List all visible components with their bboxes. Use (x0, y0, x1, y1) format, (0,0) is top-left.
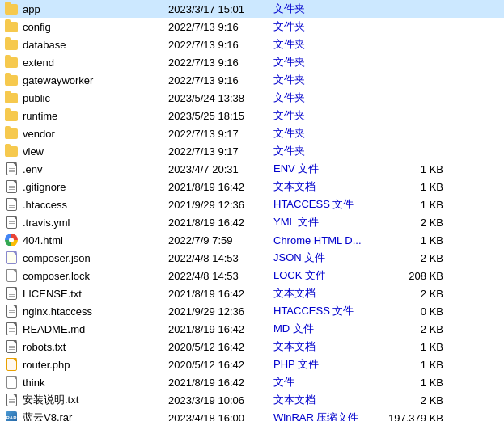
list-item[interactable]: composer.lock2022/4/8 14:53LOCK 文件208 KB (0, 267, 504, 284)
text-file-icon (3, 305, 19, 318)
file-icon (3, 376, 19, 389)
file-date: 2021/8/19 16:42 (168, 323, 273, 335)
file-name: robots.txt (23, 341, 168, 353)
file-date: 2021/9/29 12:36 (168, 199, 273, 211)
list-item[interactable]: public2023/5/24 13:38文件夹 (0, 89, 504, 107)
file-type: MD 文件 (273, 322, 379, 336)
file-name: think (23, 377, 168, 389)
file-name: config (23, 21, 168, 33)
list-item[interactable]: gatewayworker2022/7/13 9:16文件夹 (0, 71, 504, 89)
list-item[interactable]: extend2022/7/13 9:16文件夹 (0, 53, 504, 71)
file-type: 文件夹 (273, 73, 379, 87)
file-type: 文件夹 (273, 19, 379, 34)
file-name: 安装说明.txt (23, 393, 168, 407)
file-name: extend (23, 57, 168, 69)
file-size: 2 KB (379, 252, 443, 264)
list-item[interactable]: database2022/7/13 9:16文件夹 (0, 36, 504, 53)
folder-icon (3, 74, 19, 86)
file-date: 2020/5/12 16:42 (168, 341, 273, 353)
file-name: 蓝云V8.rar (23, 410, 168, 421)
file-name: 404.html (23, 234, 168, 246)
file-name: composer.json (23, 252, 168, 264)
file-date: 2023/3/19 10:06 (168, 394, 273, 406)
file-name: composer.lock (23, 270, 168, 282)
list-item[interactable]: .env2023/4/7 20:31ENV 文件1 KB (0, 160, 504, 178)
file-size: 1 KB (379, 199, 443, 211)
list-item[interactable]: .travis.yml2021/8/19 16:42YML 文件2 KB (0, 213, 504, 231)
file-name: app (23, 3, 168, 15)
file-type: 文本文档 (273, 179, 379, 194)
file-type: 文件夹 (273, 108, 379, 123)
rar-icon: RAR (3, 411, 19, 421)
file-size: 2 KB (379, 323, 443, 335)
list-item[interactable]: RAR蓝云V8.rar2023/4/18 16:00WinRAR 压缩文件197… (0, 409, 504, 421)
file-type: LOCK 文件 (273, 268, 379, 283)
file-type: PHP 文件 (273, 357, 379, 372)
list-item[interactable]: README.md2021/8/19 16:42MD 文件2 KB (0, 320, 504, 338)
list-item[interactable]: router.php2020/5/12 16:42PHP 文件1 KB (0, 356, 504, 373)
file-name: runtime (23, 110, 168, 122)
file-date: 2023/4/18 16:00 (168, 412, 273, 422)
list-item[interactable]: LICENSE.txt2021/8/19 16:42文本文档2 KB (0, 284, 504, 302)
file-type: 文本文档 (273, 286, 379, 301)
file-date: 2023/3/17 15:01 (168, 3, 273, 15)
list-item[interactable]: think2021/8/19 16:42文件1 KB (0, 373, 504, 391)
list-item[interactable]: 安装说明.txt2023/3/19 10:06文本文档2 KB (0, 391, 504, 409)
file-name: .gitignore (23, 181, 168, 193)
file-type: Chrome HTML D... (273, 234, 379, 246)
file-name: router.php (23, 359, 168, 371)
file-type: 文本文档 (273, 393, 379, 407)
list-item[interactable]: robots.txt2020/5/12 16:42文本文档1 KB (0, 338, 504, 356)
file-size: 2 KB (379, 288, 443, 300)
file-date: 2022/4/8 14:53 (168, 270, 273, 282)
list-item[interactable]: vendor2022/7/13 9:17文件夹 (0, 124, 504, 142)
file-name: LICENSE.txt (23, 288, 168, 300)
text-file-icon (3, 287, 19, 300)
folder-icon (3, 91, 19, 104)
text-file-icon (3, 216, 19, 229)
list-item[interactable]: .gitignore2021/8/19 16:42文本文档1 KB (0, 178, 504, 196)
file-size: 1 KB (379, 234, 443, 246)
list-item[interactable]: composer.json2022/4/8 14:53JSON 文件2 KB (0, 249, 504, 267)
json-icon (3, 251, 19, 264)
text-file-icon (3, 198, 19, 211)
file-type: 文件夹 (273, 91, 379, 105)
file-name: gatewayworker (23, 74, 168, 86)
file-name: .htaccess (23, 199, 168, 211)
file-type: 文件夹 (273, 2, 379, 16)
file-size: 1 KB (379, 341, 443, 353)
file-date: 2020/5/12 16:42 (168, 359, 273, 371)
file-name: vendor (23, 128, 168, 140)
list-item[interactable]: 404.html2022/7/9 7:59Chrome HTML D...1 K… (0, 231, 504, 249)
folder-icon (3, 127, 19, 140)
php-icon (3, 358, 19, 371)
file-type: ENV 文件 (273, 162, 379, 176)
file-date: 2022/7/13 9:16 (168, 21, 273, 33)
file-date: 2022/7/13 9:16 (168, 39, 273, 51)
list-item[interactable]: runtime2023/5/25 18:15文件夹 (0, 107, 504, 124)
file-type: HTACCESS 文件 (273, 304, 379, 318)
list-item[interactable]: nginx.htaccess2021/9/29 12:36HTACCESS 文件… (0, 302, 504, 320)
file-date: 2023/4/7 20:31 (168, 163, 273, 175)
file-name: public (23, 92, 168, 104)
file-size: 2 KB (379, 394, 443, 406)
text-file-icon (3, 162, 19, 175)
file-type: 文本文档 (273, 339, 379, 354)
list-item[interactable]: .htaccess2021/9/29 12:36HTACCESS 文件1 KB (0, 196, 504, 213)
list-item[interactable]: app2023/3/17 15:01文件夹 (0, 0, 504, 18)
folder-icon (3, 56, 19, 69)
list-item[interactable]: view2022/7/13 9:17文件夹 (0, 142, 504, 160)
file-name: .travis.yml (23, 217, 168, 229)
file-date: 2022/4/8 14:53 (168, 252, 273, 264)
file-date: 2022/7/9 7:59 (168, 234, 273, 246)
file-size: 1 KB (379, 181, 443, 193)
file-type: WinRAR 压缩文件 (273, 410, 379, 421)
file-size: 1 KB (379, 163, 443, 175)
file-date: 2023/5/24 13:38 (168, 92, 273, 104)
file-name: database (23, 39, 168, 51)
list-item[interactable]: config2022/7/13 9:16文件夹 (0, 18, 504, 36)
file-name: nginx.htaccess (23, 305, 168, 318)
folder-icon (3, 145, 19, 158)
file-date: 2022/7/13 9:17 (168, 128, 273, 140)
file-icon (3, 269, 19, 282)
